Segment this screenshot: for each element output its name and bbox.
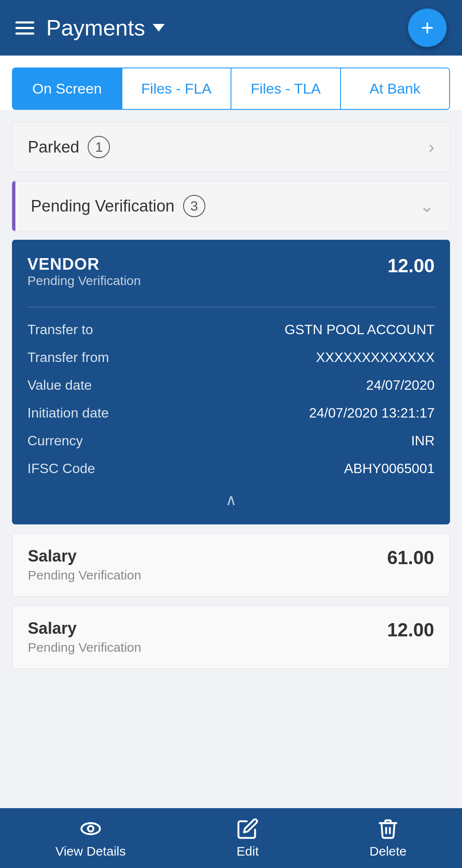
detail-row-initiation-date: Initiation date 24/07/2020 13:21:17 bbox=[27, 399, 435, 427]
delete-button[interactable]: Delete bbox=[370, 818, 407, 859]
tabs: On Screen Files - FLA Files - TLA At Ban… bbox=[12, 68, 450, 110]
vendor-payment-card-expanded[interactable]: VENDOR Pending Verification 12.00 Transf… bbox=[12, 240, 450, 524]
collapsed-card-2-amount: 12.00 bbox=[387, 619, 434, 641]
tab-on-screen[interactable]: On Screen bbox=[13, 68, 122, 109]
card-divider bbox=[27, 307, 435, 307]
title-dropdown-icon[interactable] bbox=[153, 24, 165, 32]
parked-title: Parked 1 bbox=[28, 136, 110, 158]
parked-chevron-right-icon: › bbox=[429, 138, 434, 157]
detail-row-currency: Currency INR bbox=[27, 427, 435, 455]
pending-verification-chevron-up-icon: ⌄ bbox=[420, 196, 434, 216]
delete-label: Delete bbox=[370, 844, 407, 859]
salary-payment-card-1[interactable]: Salary Pending Verification 61.00 bbox=[12, 533, 450, 597]
card-header-row: VENDOR Pending Verification 12.00 bbox=[27, 255, 435, 298]
view-details-button[interactable]: View Details bbox=[55, 818, 126, 859]
hamburger-icon[interactable] bbox=[15, 21, 34, 35]
tab-files-tla[interactable]: Files - TLA bbox=[231, 68, 341, 109]
collapsed-card-1-status: Pending Verification bbox=[28, 568, 141, 583]
collapsed-card-1-amount: 61.00 bbox=[387, 547, 434, 568]
salary-payment-card-2[interactable]: Salary Pending Verification 12.00 bbox=[12, 605, 450, 669]
title-text: Payments bbox=[46, 15, 145, 41]
trash-icon bbox=[377, 818, 399, 840]
card-type: VENDOR bbox=[27, 255, 141, 274]
parked-count-badge: 1 bbox=[88, 136, 110, 158]
detail-row-value-date: Value date 24/07/2020 bbox=[27, 371, 435, 399]
svg-point-1 bbox=[88, 826, 93, 832]
detail-row-ifsc-code: IFSC Code ABHY0065001 bbox=[27, 455, 435, 483]
header-left: Payments bbox=[15, 15, 165, 41]
header-title: Payments bbox=[46, 15, 165, 41]
pending-verification-title: Pending Verification 3 bbox=[31, 195, 205, 217]
collapsed-card-2-status: Pending Verification bbox=[28, 640, 141, 655]
card-collapse-icon[interactable]: ∧ bbox=[27, 491, 435, 509]
edit-button[interactable]: Edit bbox=[237, 818, 259, 859]
detail-row-transfer-from: Transfer from XXXXXXXXXXXXX bbox=[27, 344, 435, 371]
collapsed-card-2-title: Salary bbox=[28, 619, 141, 638]
edit-label: Edit bbox=[237, 844, 259, 859]
bottom-bar: View Details Edit Delete bbox=[0, 808, 462, 868]
parked-section-header[interactable]: Parked 1 › bbox=[12, 122, 450, 172]
pending-verification-count-badge: 3 bbox=[183, 195, 205, 217]
bottom-spacer bbox=[12, 677, 450, 746]
svg-point-0 bbox=[81, 823, 100, 834]
card-status: Pending Verification bbox=[27, 274, 141, 288]
edit-icon bbox=[237, 818, 259, 840]
view-details-label: View Details bbox=[55, 844, 126, 859]
header: Payments + bbox=[0, 0, 462, 56]
detail-row-transfer-to: Transfer to GSTN POOL ACCOUNT bbox=[27, 316, 435, 344]
add-button[interactable]: + bbox=[408, 9, 447, 47]
tab-at-bank[interactable]: At Bank bbox=[341, 68, 450, 109]
collapsed-card-1-title: Salary bbox=[28, 547, 141, 565]
main-content: Parked 1 › Pending Verification 3 ⌄ VEND… bbox=[0, 110, 462, 758]
tab-files-fla[interactable]: Files - FLA bbox=[122, 68, 232, 109]
pending-verification-section-header[interactable]: Pending Verification 3 ⌄ bbox=[12, 181, 450, 231]
tabs-container: On Screen Files - FLA Files - TLA At Ban… bbox=[0, 56, 462, 110]
eye-icon bbox=[80, 818, 102, 840]
card-amount: 12.00 bbox=[388, 255, 435, 277]
